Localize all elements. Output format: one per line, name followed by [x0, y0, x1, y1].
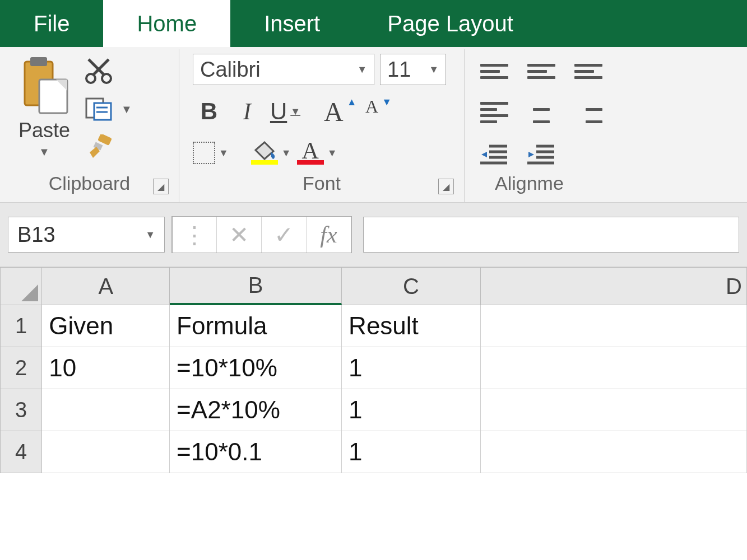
- cell-b2[interactable]: =10*10%: [170, 347, 342, 389]
- cell-a2[interactable]: 10: [42, 347, 170, 389]
- cancel-formula-button[interactable]: ✕: [217, 217, 262, 253]
- chevron-down-icon: ▼: [219, 147, 229, 159]
- cell-b4[interactable]: =10*0.1: [170, 431, 342, 473]
- increase-indent-button[interactable]: [525, 139, 558, 169]
- font-group-label: Font: [303, 172, 341, 194]
- italic-button[interactable]: I: [231, 96, 263, 127]
- chevron-down-icon: ▼: [327, 147, 337, 159]
- align-right-button[interactable]: [572, 97, 605, 128]
- column-header-a[interactable]: A: [42, 267, 170, 305]
- cell-d2[interactable]: [481, 347, 747, 389]
- svg-marker-23: [528, 152, 534, 157]
- copy-dropdown-icon[interactable]: ▼: [121, 103, 132, 116]
- table-row: 1 Given Formula Result: [0, 305, 747, 347]
- chevron-down-icon: ▼: [281, 147, 291, 159]
- formula-options-button[interactable]: ⋮: [172, 217, 217, 253]
- svg-marker-18: [481, 152, 487, 157]
- name-box[interactable]: B13 ▼: [8, 217, 165, 253]
- align-center-icon: [527, 102, 555, 123]
- align-left-icon: [480, 102, 508, 123]
- paintbrush-icon: [84, 134, 115, 160]
- ribbon: Paste ▼: [0, 47, 747, 203]
- tab-insert[interactable]: Insert: [230, 0, 354, 47]
- bold-button[interactable]: B: [193, 96, 225, 127]
- underline-label: U: [270, 98, 287, 125]
- column-header-row: A B C D: [0, 267, 747, 305]
- fill-color-swatch: [251, 160, 278, 165]
- row-header-3[interactable]: 3: [0, 389, 42, 431]
- paste-button[interactable]: Paste ▼: [13, 54, 75, 158]
- scissors-icon: [84, 58, 115, 84]
- cell-d4[interactable]: [481, 431, 747, 473]
- align-bottom-button[interactable]: [572, 56, 605, 86]
- enter-formula-button[interactable]: ✓: [262, 217, 307, 253]
- cell-b3[interactable]: =A2*10%: [170, 389, 342, 431]
- underline-button[interactable]: U ▼: [269, 96, 301, 127]
- cell-c1[interactable]: Result: [342, 305, 481, 347]
- copy-icon: [84, 96, 115, 122]
- font-size-value: 11: [387, 58, 411, 82]
- align-top-button[interactable]: [478, 56, 511, 86]
- font-color-button[interactable]: A ▼: [297, 138, 337, 168]
- font-dialog-launcher[interactable]: ◢: [438, 179, 454, 194]
- font-color-swatch: [297, 160, 324, 165]
- ribbon-tab-bar: File Home Insert Page Layout: [0, 0, 747, 47]
- tab-home[interactable]: Home: [103, 0, 230, 47]
- align-bottom-icon: [574, 64, 602, 79]
- borders-button[interactable]: ▼: [193, 138, 229, 168]
- cell-c4[interactable]: 1: [342, 431, 481, 473]
- corner-triangle-icon: [21, 284, 38, 301]
- table-row: 2 10 =10*10% 1: [0, 347, 747, 389]
- increase-font-button[interactable]: A▲: [324, 96, 357, 127]
- align-center-button[interactable]: [525, 97, 558, 128]
- cell-a1[interactable]: Given: [42, 305, 170, 347]
- row-header-1[interactable]: 1: [0, 305, 42, 347]
- font-name-combo[interactable]: Calibri ▼: [193, 54, 374, 85]
- tab-file[interactable]: File: [0, 0, 103, 47]
- increase-indent-icon: [527, 143, 555, 165]
- align-middle-icon: [527, 64, 555, 79]
- cell-d1[interactable]: [481, 305, 747, 347]
- chevron-down-icon: ▼: [357, 64, 367, 76]
- select-all-corner[interactable]: [0, 267, 42, 305]
- row-header-2[interactable]: 2: [0, 347, 42, 389]
- column-header-b[interactable]: B: [170, 267, 342, 305]
- cell-a3[interactable]: [42, 389, 170, 431]
- bucket-icon: [252, 141, 277, 160]
- fill-color-button[interactable]: ▼: [251, 138, 291, 168]
- chevron-down-icon: ▼: [429, 64, 439, 76]
- table-row: 4 =10*0.1 1: [0, 431, 747, 473]
- svg-rect-1: [30, 57, 47, 66]
- column-header-c[interactable]: C: [342, 267, 481, 305]
- cell-c2[interactable]: 1: [342, 347, 481, 389]
- up-arrow-icon: ▲: [347, 96, 357, 108]
- paste-dropdown-icon[interactable]: ▼: [39, 146, 50, 158]
- format-painter-button[interactable]: [84, 134, 132, 160]
- decrease-indent-icon: [480, 143, 508, 165]
- cell-b1[interactable]: Formula: [170, 305, 342, 347]
- insert-function-button[interactable]: fx: [307, 217, 351, 253]
- paste-icon: [13, 54, 75, 115]
- ribbon-group-alignment: Alignme: [465, 49, 747, 202]
- column-header-d[interactable]: D: [481, 267, 747, 305]
- font-size-combo[interactable]: 11 ▼: [380, 54, 446, 85]
- cell-a4[interactable]: [42, 431, 170, 473]
- align-middle-button[interactable]: [525, 56, 558, 86]
- copy-button[interactable]: ▼: [84, 96, 132, 122]
- cell-c3[interactable]: 1: [342, 389, 481, 431]
- letter-a-icon: A: [301, 141, 318, 160]
- align-top-icon: [480, 64, 508, 79]
- letter-a-icon: A: [365, 96, 378, 117]
- align-right-icon: [574, 102, 602, 123]
- clipboard-dialog-launcher[interactable]: ◢: [153, 179, 169, 194]
- formula-input[interactable]: [363, 217, 739, 253]
- cell-d3[interactable]: [481, 389, 747, 431]
- decrease-indent-button[interactable]: [478, 139, 511, 169]
- fx-label: fx: [320, 221, 337, 248]
- row-header-4[interactable]: 4: [0, 431, 42, 473]
- tab-page-layout[interactable]: Page Layout: [354, 0, 547, 47]
- cut-button[interactable]: [84, 58, 132, 84]
- decrease-font-button[interactable]: A▼: [363, 96, 395, 127]
- chevron-down-icon: ▼: [145, 229, 155, 241]
- align-left-button[interactable]: [478, 97, 511, 128]
